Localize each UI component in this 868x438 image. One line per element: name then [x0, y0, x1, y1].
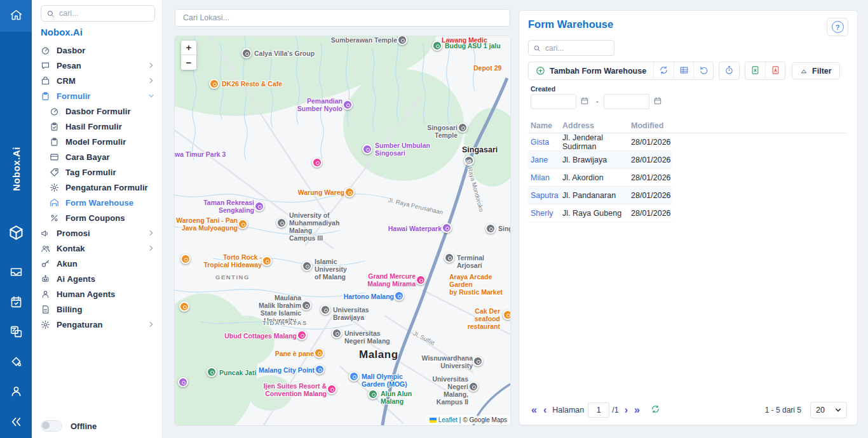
last-page-button[interactable]: »	[631, 405, 643, 415]
leaflet-link[interactable]: Leaflet	[438, 416, 458, 423]
location-search-input[interactable]	[182, 13, 503, 23]
date-to-calendar-button[interactable]	[651, 96, 664, 107]
nobox-logo-button[interactable]	[0, 221, 32, 246]
date-from-calendar-button[interactable]	[578, 96, 591, 107]
page-size-select[interactable]: 20	[810, 402, 847, 418]
map-poi-label: Warung Wareg	[298, 189, 344, 196]
map-marker[interactable]	[397, 36, 407, 45]
sidebar-item-form-warehouse[interactable]: Form Warehouse	[32, 195, 162, 210]
row-name-link[interactable]: Jane	[531, 156, 562, 164]
sidebar-item-pengaturan[interactable]: Pengaturan	[32, 317, 162, 332]
map-marker[interactable]	[468, 382, 478, 392]
chevron-right-icon	[148, 230, 154, 236]
profile-button[interactable]	[0, 380, 32, 405]
map-marker[interactable]	[342, 100, 353, 110]
sidebar-item-akun[interactable]: Akun	[32, 256, 162, 271]
zoom-in-button[interactable]: +	[181, 41, 196, 55]
sidebar-item-formulir[interactable]: Formulir	[32, 88, 162, 103]
add-form-warehouse-button[interactable]: Tambah Form Warehouse	[529, 62, 654, 79]
inbox-button[interactable]	[0, 260, 32, 286]
map-marker[interactable]	[180, 254, 191, 264]
translate-button[interactable]	[0, 320, 32, 345]
map-marker[interactable]	[327, 384, 337, 394]
sidebar-item-cara-bayar[interactable]: Cara Bayar	[32, 149, 162, 164]
tag-icon	[50, 167, 60, 177]
export-pdf-button[interactable]	[765, 62, 785, 79]
history-button[interactable]	[719, 62, 739, 79]
map-marker[interactable]	[349, 371, 359, 382]
help-button[interactable]: ?	[827, 18, 848, 36]
panel-search-input[interactable]	[544, 43, 614, 53]
map-marker[interactable]	[503, 310, 510, 320]
offline-toggle[interactable]	[41, 420, 62, 432]
map-marker[interactable]	[315, 364, 325, 375]
map-marker[interactable]	[238, 219, 248, 229]
map-marker[interactable]	[179, 302, 189, 312]
map-marker[interactable]	[432, 41, 442, 51]
map-marker[interactable]	[442, 223, 452, 233]
date-to-input[interactable]	[604, 94, 649, 109]
sidebar-item-dasbor[interactable]: Dasbor	[32, 43, 162, 58]
map-marker[interactable]	[301, 300, 311, 310]
sidebar-item-human-agents[interactable]: Human Agents	[32, 286, 162, 302]
map[interactable]: Lawang MedicSumberawan TempleBudug ASU 1…	[175, 36, 510, 425]
sidebar-item-form-coupons[interactable]: Form Coupons	[32, 210, 162, 225]
filter-button[interactable]: Filter	[792, 62, 840, 79]
sidebar-item-crm[interactable]: CRM	[32, 73, 162, 88]
sidebar-item-model-formulir[interactable]: Model Formulir	[32, 134, 162, 149]
sidebar-item-pesan[interactable]: Pesan	[32, 58, 162, 73]
map-marker[interactable]	[276, 218, 287, 228]
map-marker[interactable]	[332, 328, 342, 338]
map-marker[interactable]	[485, 223, 496, 234]
sidebar-search-input[interactable]	[58, 8, 154, 18]
map-marker[interactable]	[241, 48, 252, 58]
map-marker[interactable]	[416, 275, 426, 285]
pager-refresh-button[interactable]	[651, 404, 660, 416]
refresh-button[interactable]	[654, 62, 674, 79]
table-view-button[interactable]	[674, 62, 693, 79]
map-poi-label: Puncak Jati	[219, 369, 256, 376]
map-marker[interactable]	[368, 389, 378, 399]
map-marker[interactable]	[444, 253, 454, 263]
row-name-link[interactable]: Milan	[531, 173, 562, 182]
map-marker[interactable]	[209, 79, 219, 89]
row-address: Jl. Brawijaya	[562, 156, 631, 164]
export-excel-button[interactable]	[745, 62, 765, 79]
map-marker[interactable]	[297, 330, 307, 340]
sidebar-item-ai-agents[interactable]: Ai Agents	[32, 271, 162, 286]
sidebar-item-hasil-formulir[interactable]: Hasil Formulir	[32, 119, 162, 134]
sidebar-item-billing[interactable]: Billing	[32, 302, 162, 317]
map-marker[interactable]	[473, 356, 483, 366]
map-marker[interactable]	[320, 305, 330, 315]
calendar-button[interactable]	[0, 290, 32, 315]
home-button[interactable]	[0, 0, 32, 32]
map-marker[interactable]	[458, 123, 468, 133]
map-marker[interactable]	[262, 256, 272, 266]
page-number-input[interactable]	[588, 402, 609, 418]
collapse-sidebar-button[interactable]	[0, 410, 32, 435]
row-name-link[interactable]: Gista	[531, 138, 562, 147]
map-marker[interactable]	[302, 261, 312, 271]
map-marker[interactable]	[207, 367, 217, 377]
next-page-button[interactable]: ›	[621, 405, 631, 415]
first-page-button[interactable]: «	[528, 405, 540, 415]
sidebar-item-dasbor-formulir[interactable]: Dasbor Formulir	[32, 103, 162, 119]
prev-page-button[interactable]: ‹	[540, 405, 550, 415]
map-marker[interactable]	[344, 187, 355, 197]
map-marker[interactable]	[178, 377, 188, 387]
sidebar-item-tag-formulir[interactable]: Tag Formulir	[32, 164, 162, 180]
sidebar-item-kontak[interactable]: Kontak	[32, 241, 162, 256]
date-from-input[interactable]	[531, 94, 576, 109]
sidebar-item-promosi[interactable]: Promosi	[32, 225, 162, 241]
row-name-link[interactable]: Saputra	[531, 191, 562, 200]
row-name-link[interactable]: Sherly	[531, 209, 562, 218]
map-marker[interactable]	[394, 291, 404, 301]
map-marker[interactable]	[314, 348, 324, 358]
map-marker[interactable]	[362, 144, 372, 154]
theme-button[interactable]	[0, 350, 32, 375]
reset-button[interactable]	[693, 62, 713, 79]
map-marker[interactable]	[312, 157, 322, 168]
sidebar-item-pengaturan-formulir[interactable]: Pengaturan Formulir	[32, 180, 162, 195]
zoom-out-button[interactable]: −	[181, 55, 196, 70]
map-marker[interactable]	[254, 201, 264, 211]
